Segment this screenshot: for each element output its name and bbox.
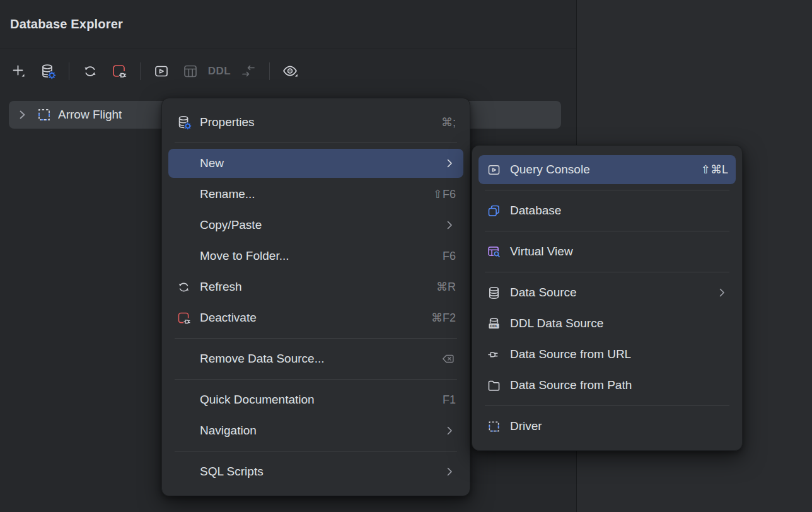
menu-item-label: Query Console (510, 163, 696, 177)
svg-text:DDL: DDL (490, 323, 498, 328)
menu-item-label: Data Source from URL (510, 347, 728, 361)
menu-separator (485, 190, 729, 190)
plus-dropdown-icon (11, 63, 27, 79)
generate-ddl-button: DDL (207, 60, 232, 83)
menu-item-label: New (200, 156, 438, 170)
menu-separator (485, 405, 729, 406)
submenu-arrow-icon (716, 286, 728, 299)
menu-item-sql-scripts[interactable]: SQL Scripts (168, 457, 463, 486)
deactivate-icon (110, 62, 128, 80)
new-submenu: Query Console ⇧⌘L Database Virtual View (472, 145, 743, 451)
jump-to-query-console-button[interactable] (149, 60, 174, 83)
data-source-icon (486, 285, 505, 300)
menu-shortcut: ⌘F2 (431, 311, 456, 325)
menu-item-label: Quick Documentation (200, 393, 438, 407)
refresh-icon (176, 279, 195, 294)
menu-item-label: Refresh (200, 280, 431, 294)
add-button[interactable] (6, 60, 32, 83)
swap-arrows-icon (240, 62, 257, 80)
menu-item-label: DDL Data Source (510, 317, 728, 330)
submenu-item-query-console[interactable]: Query Console ⇧⌘L (478, 155, 736, 184)
menu-shortcut: F1 (443, 393, 456, 407)
tree-item-label: Arrow Flight (58, 108, 122, 122)
menu-item-label: Remove Data Source... (200, 352, 436, 366)
toolbar: DDL (0, 49, 576, 93)
table-icon (182, 62, 199, 80)
query-console-icon (153, 62, 170, 80)
refresh-icon (81, 62, 99, 80)
menu-item-deactivate[interactable]: Deactivate ⌘F2 (168, 303, 463, 332)
menu-item-label: Deactivate (200, 311, 426, 325)
submenu-arrow-icon (443, 157, 456, 170)
ddl-data-source-icon: DDL (486, 316, 505, 331)
page-title: Database Explorer (10, 17, 123, 32)
open-table-button (178, 60, 203, 83)
menu-separator (175, 143, 457, 143)
query-console-icon (486, 162, 505, 177)
menu-item-label: Database (510, 204, 728, 218)
context-menu: Properties ⌘; New Rename... ⇧F6 Copy/Pas… (161, 98, 470, 496)
database-icon (486, 203, 505, 218)
deactivate-icon (176, 310, 195, 325)
menu-item-label: Virtual View (510, 245, 728, 259)
menu-item-label: SQL Scripts (200, 465, 438, 479)
menu-item-label: Rename... (200, 187, 428, 201)
menu-item-quick-documentation[interactable]: Quick Documentation F1 (168, 385, 463, 414)
submenu-arrow-icon (443, 465, 456, 478)
database-gear-icon (39, 62, 57, 80)
submenu-item-data-source-from-url[interactable]: Data Source from URL (478, 340, 736, 369)
menu-separator (485, 231, 729, 231)
submenu-arrow-icon (443, 219, 456, 231)
menu-shortcut: ⇧⌘L (701, 163, 728, 177)
menu-item-label: Data Source from Path (510, 378, 728, 392)
menu-item-properties[interactable]: Properties ⌘; (168, 108, 463, 137)
toolbar-separator (269, 62, 270, 80)
menu-item-copy-paste[interactable]: Copy/Paste (168, 211, 463, 240)
chevron-right-icon[interactable] (14, 107, 30, 123)
menu-shortcut: ⌘; (441, 115, 456, 129)
toolbar-separator (69, 62, 69, 80)
view-options-button[interactable] (278, 60, 303, 83)
plug-icon (486, 347, 505, 362)
menu-item-label: Navigation (200, 424, 438, 438)
folder-icon (486, 378, 505, 393)
submenu-item-virtual-view[interactable]: Virtual View (478, 237, 736, 266)
driver-icon (35, 106, 53, 124)
refresh-button[interactable] (78, 60, 103, 83)
deactivate-button[interactable] (107, 60, 132, 83)
data-source-properties-button[interactable] (35, 60, 61, 83)
virtual-view-icon (486, 244, 505, 259)
menu-item-move-to-folder[interactable]: Move to Folder... F6 (168, 241, 463, 271)
delete-forward-icon (441, 351, 456, 366)
menu-shortcut: F6 (443, 250, 456, 263)
eye-dropdown-icon (281, 62, 300, 80)
submenu-item-database[interactable]: Database (478, 196, 736, 225)
menu-separator (485, 272, 729, 272)
menu-separator (175, 379, 457, 380)
menu-item-remove-data-source[interactable]: Remove Data Source... (168, 344, 463, 373)
menu-separator (175, 451, 457, 451)
compare-ddl-button (236, 60, 261, 83)
menu-item-new[interactable]: New (168, 149, 463, 178)
submenu-item-driver[interactable]: Driver (478, 412, 736, 441)
menu-item-label: Data Source (510, 286, 710, 300)
menu-shortcut: ⌘R (436, 280, 456, 294)
menu-shortcut: ⇧F6 (433, 187, 456, 201)
ddl-text-icon: DDL (208, 65, 231, 78)
tool-window-header: Database Explorer (0, 0, 576, 49)
driver-icon (486, 419, 505, 434)
toolbar-separator (140, 62, 141, 80)
menu-separator (175, 338, 457, 339)
submenu-arrow-icon (443, 424, 456, 437)
submenu-item-data-source-from-path[interactable]: Data Source from Path (478, 371, 736, 400)
menu-item-label: Copy/Paste (200, 218, 438, 232)
menu-item-navigation[interactable]: Navigation (168, 416, 463, 445)
menu-item-label: Properties (200, 115, 436, 129)
data-source-properties-icon (176, 115, 195, 130)
menu-item-label: Driver (510, 419, 728, 433)
menu-item-label: Move to Folder... (200, 249, 438, 263)
submenu-item-data-source[interactable]: Data Source (478, 278, 736, 307)
menu-item-refresh[interactable]: Refresh ⌘R (168, 272, 463, 301)
menu-item-rename[interactable]: Rename... ⇧F6 (168, 180, 463, 209)
submenu-item-ddl-data-source[interactable]: DDL DDL Data Source (478, 309, 736, 338)
